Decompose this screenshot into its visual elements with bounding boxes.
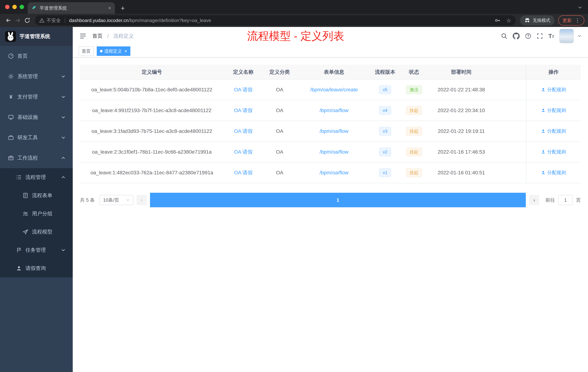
back-button[interactable] — [4, 16, 13, 25]
chevron-down-icon — [61, 248, 65, 252]
security-warning-icon[interactable] — [39, 18, 44, 23]
update-label: 更新 — [563, 17, 572, 23]
version-badge: v1 — [379, 168, 391, 177]
page-number-button[interactable]: 1 — [150, 193, 526, 207]
list-icon — [16, 174, 22, 180]
traffic-lights — [5, 5, 24, 9]
definition-name-link[interactable]: OA 请假 — [234, 128, 253, 134]
sidebar-item-process-form[interactable]: 流程表单 — [0, 186, 73, 205]
breadcrumb-home[interactable]: 首页 — [92, 33, 103, 39]
omnibox-divider — [65, 18, 65, 23]
cell-category: OA — [263, 79, 296, 100]
url-text: dashboard.yudao.iocoder.cn/bpm/manager/d… — [69, 18, 211, 23]
page-size-select[interactable]: 10条/页 — [99, 195, 133, 205]
tag-current[interactable]: 流程定义 × — [97, 46, 130, 56]
assign-rule-button[interactable]: 分配规则 — [541, 128, 566, 134]
goto-page-input[interactable] — [558, 195, 573, 205]
person-icon — [541, 150, 546, 154]
logo-title: 芋道管理系统 — [20, 33, 50, 40]
table-row: oa_leave:4:991f2193-7b7f-11ec-a3c8-acde4… — [80, 100, 581, 121]
github-icon[interactable] — [513, 33, 520, 40]
hamburger-icon[interactable] — [79, 33, 86, 40]
cell-definition-id: oa_leave:2:3c1f0ef1-76b1-11ec-9c66-a2380… — [80, 142, 224, 162]
cell-deploy-time: 2022-01-22 20:34:10 — [430, 100, 493, 121]
sidebar-item-devtools[interactable]: 研发工具 — [0, 127, 73, 148]
col-deploy-time: 部署时间 — [430, 65, 493, 79]
form-link[interactable]: /bpm/oa/flow — [320, 108, 348, 113]
cell-definition-id: oa_leave:5:004b710b-7b8a-11ec-8ef0-acde4… — [80, 79, 224, 100]
sidebar-item-infrastructure[interactable]: 基础设施 — [0, 107, 73, 127]
dashboard-icon — [8, 53, 14, 59]
form-link[interactable]: /bpm/oa/flow — [320, 128, 348, 134]
sidebar-item-home[interactable]: 首页 — [0, 46, 73, 66]
sidebar-item-label: 基础设施 — [17, 114, 38, 121]
sidebar-item-process-model[interactable]: 流程模型 — [0, 223, 73, 241]
col-definition-category: 定义分类 — [263, 65, 296, 79]
person-icon — [541, 87, 546, 92]
tab-close-icon[interactable]: × — [108, 5, 111, 11]
update-button[interactable]: 更新 ⋮ — [558, 15, 584, 25]
help-icon[interactable] — [525, 33, 531, 39]
sidebar-item-system[interactable]: 系统管理 — [0, 66, 73, 87]
close-window-button[interactable] — [5, 5, 10, 9]
form-link[interactable]: /bpm/oa/flow — [320, 170, 348, 175]
avatar-caret-icon[interactable] — [578, 34, 581, 38]
sidebar-item-task-management[interactable]: 任务管理 — [0, 241, 73, 259]
avatar[interactable] — [560, 29, 573, 43]
yen-icon: ¥ — [8, 94, 14, 99]
cell-deploy-time: 2022-01-22 19:19:11 — [430, 121, 493, 142]
assign-rule-button[interactable]: 分配规则 — [541, 149, 566, 155]
minimize-window-button[interactable] — [12, 5, 17, 9]
cell-deploy-time: 2022-01-16 01:40:51 — [430, 162, 493, 183]
search-icon[interactable] — [501, 33, 507, 39]
zoom-window-button[interactable] — [20, 5, 24, 9]
new-tab-button[interactable]: + — [121, 5, 125, 12]
reload-button[interactable] — [22, 16, 32, 25]
logo-row[interactable]: 芋道管理系统 — [0, 27, 73, 46]
address-bar[interactable]: 不安全 dashboard.yudao.iocoder.cn/bpm/manag… — [35, 15, 516, 25]
col-definition-name: 定义名称 — [224, 65, 263, 79]
sidebar: 芋道管理系统 首页 系统管理 ¥ 支付管理 — [0, 27, 73, 372]
definition-name-link[interactable]: OA 请假 — [234, 108, 253, 113]
sidebar-item-payment[interactable]: ¥ 支付管理 — [0, 87, 73, 107]
sidebar-item-leave-query[interactable]: 请假查询 — [0, 259, 73, 277]
table-row: oa_leave:2:3c1f0ef1-76b1-11ec-9c66-a2380… — [80, 142, 581, 162]
definition-name-link[interactable]: OA 请假 — [234, 149, 253, 155]
assign-rule-button[interactable]: 分配规则 — [541, 107, 566, 114]
assign-rule-button[interactable]: 分配规则 — [541, 169, 566, 176]
breadcrumb-current: 流程定义 — [113, 33, 134, 39]
browser-menu-icon[interactable]: ⋮ — [575, 17, 580, 23]
cell-deploy-time: 2022-01-22 21:48:38 — [430, 79, 493, 100]
next-page-button[interactable]: › — [529, 195, 539, 205]
sidebar-item-label: 流程模型 — [32, 228, 52, 235]
cell-category: OA — [263, 142, 296, 162]
sidebar-item-process-management[interactable]: 流程管理 — [0, 168, 73, 186]
prev-page-button[interactable]: ‹ — [136, 195, 147, 205]
sidebar-item-label: 流程表单 — [32, 192, 52, 199]
url-path: /bpm/manager/definition?key=oa_leave — [128, 18, 211, 23]
definition-name-link[interactable]: OA 请假 — [234, 170, 253, 175]
tab-title: 芋道管理系统 — [40, 5, 105, 11]
table-row: oa_leave:3:1fad3d93-7b75-11ec-a3c8-acde4… — [80, 121, 581, 142]
form-link[interactable]: /bpm/oa/leave/create — [310, 87, 358, 92]
browser-window: 芋道管理系统 × + 不安全 dashboard.yudao.iocoder.c… — [0, 0, 588, 372]
browser-tab[interactable]: 芋道管理系统 × — [28, 2, 115, 14]
definition-name-link[interactable]: OA 请假 — [234, 87, 253, 92]
form-link[interactable]: /bpm/oa/flow — [320, 149, 348, 155]
goto-unit: 页 — [576, 197, 581, 203]
fullscreen-icon[interactable] — [537, 33, 543, 39]
bookmark-star-icon[interactable]: ☆ — [506, 17, 511, 24]
chevron-down-icon — [61, 135, 65, 140]
sidebar-item-user-group[interactable]: 用户分组 — [0, 205, 73, 223]
password-key-icon[interactable] — [495, 17, 501, 23]
tag-home[interactable]: 首页 — [79, 46, 94, 56]
assign-rule-button[interactable]: 分配规则 — [541, 87, 566, 93]
cell-definition-id: oa_leave:4:991f2193-7b7f-11ec-a3c8-acde4… — [80, 100, 224, 121]
tag-close-icon[interactable]: × — [124, 49, 127, 54]
col-definition-id: 定义编号 — [80, 65, 224, 79]
sidebar-item-workflow[interactable]: 工作流程 — [0, 148, 73, 168]
forward-button[interactable] — [13, 16, 22, 25]
logo-avatar — [5, 31, 16, 42]
tab-search-chevron-icon[interactable] — [578, 5, 582, 10]
font-size-icon[interactable]: TT — [548, 33, 554, 39]
